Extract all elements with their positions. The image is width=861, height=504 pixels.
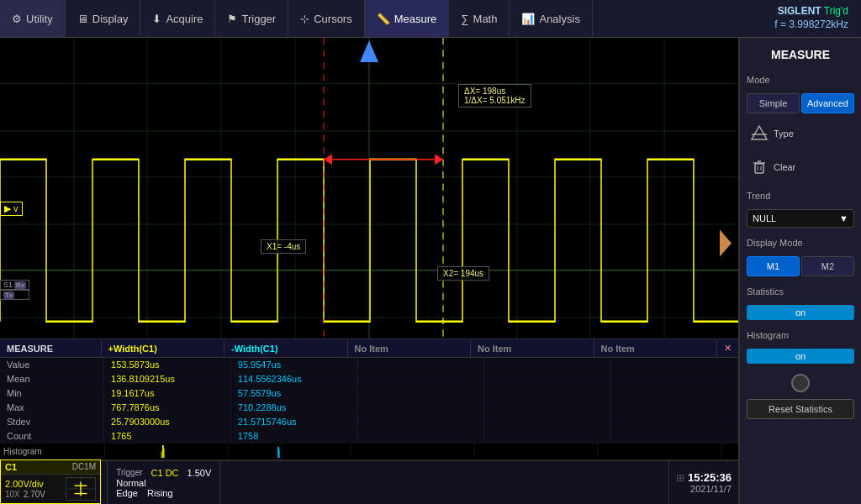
table-row: Min19.1617us57.5579us — [0, 386, 738, 401]
measure-col-c1-pos: +Width(C1) — [102, 340, 224, 357]
hist-cell-3 — [351, 444, 475, 459]
simple-mode-button[interactable]: Simple — [747, 93, 800, 113]
svg-marker-21 — [324, 154, 332, 165]
menu-analysis[interactable]: 📊 Analysis — [510, 0, 592, 37]
table-row: Count17651758 — [0, 429, 738, 444]
panel-title: MEASURE — [747, 45, 854, 65]
measure-col-label: MEASURE — [0, 340, 102, 357]
reset-statistics-button[interactable]: Reset Statistics — [747, 399, 854, 419]
menu-utility[interactable]: ⚙ Utility — [0, 0, 66, 37]
svg-marker-36 — [752, 126, 767, 139]
svg-marker-22 — [435, 154, 443, 165]
menu-trigger[interactable]: ⚑ Trigger — [215, 0, 288, 37]
status-bar: C1 DC1M 2.00V/div 10X 2.70V — [0, 460, 738, 504]
type-icon — [750, 124, 769, 143]
menu-cursors[interactable]: ⊹ Cursors — [288, 0, 365, 37]
svg-rect-30 — [279, 450, 280, 459]
svg-rect-28 — [161, 452, 162, 459]
display-icon: 🖥 — [77, 13, 88, 25]
measure-table: MEASURE +Width(C1) -Width(C1) No Item No… — [0, 339, 738, 460]
menu-display[interactable]: 🖥 Display — [66, 0, 141, 37]
math-icon: ∑ — [461, 13, 468, 25]
svg-marker-24 — [720, 229, 732, 256]
analysis-icon: 📊 — [521, 13, 535, 25]
brand-info: SIGLENT Trig'd f = 3.998272kHz — [774, 5, 861, 31]
channel-y-indicator: ▶ v — [0, 202, 23, 216]
clear-button[interactable]: Clear — [747, 154, 854, 181]
statistics-label: Statistics — [747, 286, 854, 297]
display-mode-buttons: M1 M2 — [747, 256, 854, 276]
measure-col-n3: No Item — [594, 340, 717, 357]
type-button[interactable]: Type — [747, 120, 854, 147]
right-panel: MEASURE Mode Simple Advanced Type — [739, 38, 861, 504]
histogram-label: Histogram — [0, 444, 105, 459]
histogram-label: Histogram — [747, 330, 854, 340]
cursor-x2-label: X2= 194us — [437, 266, 489, 281]
s1-indicators: S1 Rx Tx — [0, 280, 29, 300]
trend-label: Trend — [747, 191, 854, 201]
svg-rect-29 — [277, 447, 279, 458]
measure-icon: 📏 — [377, 13, 390, 25]
mode-buttons: Simple Advanced — [747, 93, 854, 113]
advanced-mode-button[interactable]: Advanced — [801, 93, 854, 113]
trigger-icon: ⚑ — [227, 13, 237, 25]
menu-math[interactable]: ∑ Math — [449, 0, 510, 37]
trend-select[interactable]: NULL ▼ — [747, 209, 854, 228]
cursor-x1-label: X1= -4us — [261, 239, 306, 254]
hist-cell-1 — [105, 444, 229, 459]
cursor-delta-x: ΔX= 198us 1/ΔX= 5.051kHz — [458, 84, 531, 108]
display-mode-label: Display Mode — [747, 238, 854, 248]
record-button[interactable] — [791, 374, 810, 392]
cursors-icon: ⊹ — [300, 13, 309, 25]
trash-icon — [750, 158, 769, 176]
measure-data-rows: Value153.5873us95.9547usMean136.8109215u… — [0, 358, 738, 444]
histogram-row: Histogram — [0, 444, 738, 460]
m2-button[interactable]: M2 — [801, 256, 854, 276]
table-row: Stdev25.7903000us21.5715746us — [0, 415, 738, 429]
clock-section: ⊞ 15:25:36 2021/11/7 — [668, 461, 738, 504]
hist-cell-2 — [229, 444, 352, 459]
channel1-box: C1 DC1M 2.00V/div 10X 2.70V — [0, 459, 101, 504]
histogram-toggle[interactable]: on — [747, 349, 854, 364]
table-row: Value153.5873us95.9547us — [0, 358, 738, 372]
svg-marker-23 — [360, 40, 378, 62]
m1-button[interactable]: M1 — [747, 256, 800, 276]
menu-measure[interactable]: 📏 Measure — [365, 0, 450, 37]
measure-col-n2: No Item — [471, 340, 594, 357]
utility-icon: ⚙ — [12, 13, 22, 25]
mode-label: Mode — [747, 75, 854, 85]
hist-cell-4 — [475, 444, 599, 459]
measure-close-button[interactable]: ✕ — [717, 339, 738, 357]
statistics-toggle[interactable]: on — [747, 305, 854, 320]
circle-button-area — [747, 374, 854, 392]
svg-rect-38 — [755, 164, 763, 173]
menu-acquire[interactable]: ⬇ Acquire — [140, 0, 215, 37]
measure-col-c1-neg: -Width(C1) — [224, 340, 347, 357]
svg-rect-27 — [164, 449, 165, 458]
chevron-down-icon: ▼ — [839, 213, 848, 223]
table-row: Mean136.8109215us114.5562346us — [0, 372, 738, 386]
measure-col-n1: No Item — [348, 340, 471, 357]
scope-display: ΔX= 198us 1/ΔX= 5.051kHz X1= -4us X2= 19… — [0, 38, 739, 504]
top-menu-bar: ⚙ Utility 🖥 Display ⬇ Acquire ⚑ Trigger … — [0, 0, 861, 38]
acquire-icon: ⬇ — [152, 13, 161, 25]
trigger-section: Trigger C1 DC 1.50V Normal Edge Rising — [108, 461, 220, 504]
hist-cell-5 — [598, 444, 721, 459]
table-row: Max767.7876us710.2288us — [0, 401, 738, 415]
svg-rect-26 — [162, 445, 164, 458]
